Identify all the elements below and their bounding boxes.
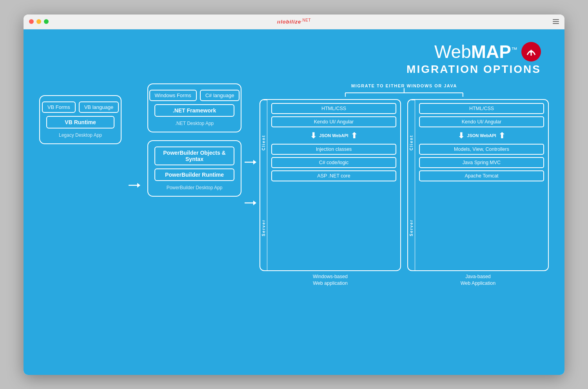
main-content: WebMAP™ MIGRATION OPTIONS VB Forms bbox=[24, 29, 564, 375]
title-bar: ıılobilize.NET bbox=[24, 14, 564, 29]
migration-title: MIGRATION OPTIONS bbox=[407, 63, 541, 76]
java-spring: Java Spring MVC bbox=[419, 157, 544, 168]
java-tomcat: Apache Tomcat bbox=[419, 170, 544, 181]
windows-target: Client Server HTML/CSS Kendo UI/ Angular… bbox=[260, 99, 401, 287]
arrow-pb-right bbox=[245, 199, 256, 208]
svg-marker-4 bbox=[253, 160, 256, 165]
svg-marker-6 bbox=[253, 201, 256, 205]
pb-runtime-box: PowerBuilder Runtime bbox=[154, 168, 234, 181]
csharp-language-box: C# language bbox=[200, 90, 240, 101]
win-asp: ASP .NET core bbox=[271, 170, 396, 181]
close-button[interactable] bbox=[29, 19, 34, 24]
java-kendo: Kendo UI/ Angular bbox=[419, 116, 544, 127]
header-section: WebMAP™ MIGRATION OPTIONS bbox=[39, 41, 549, 76]
java-json-label: JSON WebAPI bbox=[467, 133, 496, 138]
two-targets: Client Server HTML/CSS Kendo UI/ Angular… bbox=[260, 99, 549, 287]
win-kendo: Kendo UI/ Angular bbox=[271, 116, 396, 127]
pb-objects-box: PowerBuilder Objects & Syntax bbox=[154, 147, 234, 165]
java-target-box: Client Server HTML/CSS Kendo UI/ Angular… bbox=[407, 99, 549, 271]
java-json-row: ⬇ JSON WebAPI ⬆ bbox=[419, 130, 544, 141]
java-target: Client Server HTML/CSS Kendo UI/ Angular… bbox=[407, 99, 549, 287]
win-csharp: C# code/logic bbox=[271, 157, 396, 168]
menu-icon[interactable] bbox=[553, 19, 559, 24]
vb-box: VB Forms VB language VB Runtime Legacy D… bbox=[39, 95, 122, 144]
pb-caption: PowerBuilder Desktop App bbox=[154, 185, 234, 190]
maximize-button[interactable] bbox=[44, 19, 49, 24]
java-client-label: Client bbox=[408, 100, 415, 185]
arrows-to-targets bbox=[245, 158, 256, 208]
webmap-icon bbox=[521, 42, 541, 62]
java-server-label: Server bbox=[408, 185, 415, 270]
pb-box: PowerBuilder Objects & Syntax PowerBuild… bbox=[147, 140, 241, 197]
bracket-svg bbox=[268, 88, 540, 97]
svg-marker-2 bbox=[137, 183, 140, 188]
windows-client-label: Client bbox=[260, 100, 267, 185]
net-caption: .NET Desktop App bbox=[154, 121, 234, 126]
win-json-label: JSON WebAPI bbox=[319, 133, 348, 138]
windows-items: HTML/CSS Kendo UI/ Angular ⬇ JSON WebAPI… bbox=[267, 100, 400, 270]
right-targets: MIGRATE TO EITHER WINDOWS OR JAVA bbox=[260, 83, 549, 287]
net-framework-box: .NET Framework bbox=[154, 104, 234, 117]
java-html-css: HTML/CSS bbox=[419, 103, 544, 114]
windows-target-box: Client Server HTML/CSS Kendo UI/ Angular… bbox=[260, 99, 401, 271]
windows-caption: Windows-basedWeb application bbox=[260, 273, 401, 287]
vb-runtime-box: VB Runtime bbox=[46, 116, 114, 128]
arrow-net-right bbox=[245, 158, 256, 168]
java-caption: Java-basedWeb Application bbox=[407, 273, 549, 287]
arrow-vb-to-net bbox=[125, 181, 144, 189]
webmap-title: WebMAP™ bbox=[434, 41, 541, 62]
win-html-css: HTML/CSS bbox=[271, 103, 396, 114]
java-vert-labels: Client Server bbox=[408, 100, 415, 270]
diagram: VB Forms VB language VB Runtime Legacy D… bbox=[39, 83, 549, 287]
java-items: HTML/CSS Kendo UI/ Angular ⬇ JSON WebAPI… bbox=[415, 100, 548, 270]
app-window: ıılobilize.NET WebMAP™ bbox=[24, 14, 564, 375]
vb-caption: Legacy Desktop App bbox=[46, 132, 114, 138]
middle-column: Windows Forms C# language .NET Framework… bbox=[147, 83, 241, 197]
net-box: Windows Forms C# language .NET Framework… bbox=[147, 83, 241, 132]
migrate-subtitle: MIGRATE TO EITHER WINDOWS OR JAVA bbox=[351, 83, 457, 88]
vb-language-box: VB language bbox=[79, 101, 119, 113]
win-json-row: ⬇ JSON WebAPI ⬆ bbox=[271, 130, 396, 141]
vb-forms-box: VB Forms bbox=[42, 101, 76, 113]
migrate-label-section: MIGRATE TO EITHER WINDOWS OR JAVA bbox=[260, 83, 549, 97]
windows-vert-labels: Client Server bbox=[260, 100, 267, 270]
minimize-button[interactable] bbox=[36, 19, 41, 24]
java-models: Models, View, Controllers bbox=[419, 144, 544, 155]
window-title: ıılobilize.NET bbox=[277, 18, 311, 25]
windows-forms-box: Windows Forms bbox=[149, 90, 197, 101]
windows-server-label: Server bbox=[260, 185, 267, 270]
win-injection: Injection classes bbox=[271, 144, 396, 155]
window-controls bbox=[29, 19, 49, 24]
